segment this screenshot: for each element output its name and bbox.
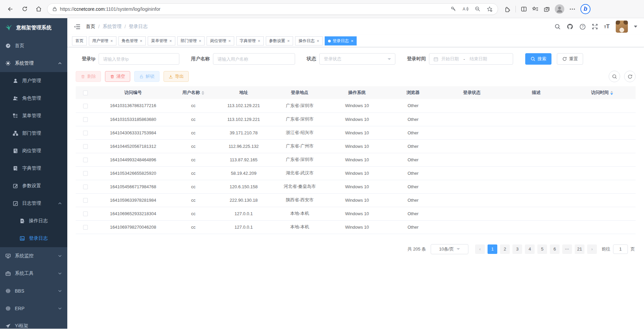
sidebar-item-log-management[interactable]: 日志管理: [0, 195, 67, 212]
page-button-2[interactable]: 2: [500, 244, 510, 254]
font-size-button[interactable]: TT: [604, 23, 610, 30]
sidebar-item-role-management[interactable]: 角色管理: [0, 90, 67, 107]
page-button-1[interactable]: 1: [488, 244, 497, 254]
sidebar-item-dept-management[interactable]: 部门管理: [0, 125, 67, 142]
browser-back-button[interactable]: [5, 3, 16, 15]
split-screen-button[interactable]: [521, 6, 527, 12]
status-select[interactable]: 登录状态: [319, 53, 395, 65]
browser-refresh-button[interactable]: [19, 3, 30, 15]
export-button[interactable]: 导出: [164, 71, 189, 82]
close-tab-icon[interactable]: ×: [228, 39, 231, 43]
close-tab-icon[interactable]: ×: [169, 39, 172, 43]
close-tab-icon[interactable]: ×: [140, 39, 143, 43]
address-bar[interactable]: https://ccnetcore.com:1101/system/log/lo…: [47, 3, 498, 15]
favorites-bar-button[interactable]: [532, 6, 539, 12]
more-pages-button[interactable]: •••: [562, 244, 572, 254]
col-visit-time[interactable]: 访问时间: [568, 86, 636, 99]
clear-button[interactable]: 清空: [105, 71, 130, 82]
breadcrumb-home[interactable]: 首页: [86, 24, 95, 30]
next-page-button[interactable]: ›: [587, 244, 597, 254]
sidebar-item-login-log[interactable]: 登录日志: [0, 230, 67, 247]
user-menu-caret-icon[interactable]: [634, 26, 637, 28]
row-checkbox[interactable]: [83, 117, 88, 122]
row-checkbox[interactable]: [83, 144, 88, 149]
table-row[interactable]: 1641031367863177216cc 113.102.129.221广东省…: [76, 99, 636, 112]
fullscreen-button[interactable]: [592, 24, 598, 30]
page-size-select[interactable]: 10条/页: [431, 244, 468, 254]
sidebar-item-menu-management[interactable]: 菜单管理: [0, 107, 67, 125]
zoom-out-button[interactable]: [473, 4, 482, 14]
row-checkbox[interactable]: [83, 158, 88, 162]
select-all-checkbox[interactable]: [83, 91, 88, 95]
page-button-4[interactable]: 4: [525, 244, 535, 254]
delete-button[interactable]: 删除: [76, 71, 101, 82]
login-ip-input[interactable]: [99, 53, 179, 65]
bing-copilot-button[interactable]: b: [580, 4, 591, 14]
add-favorite-button[interactable]: [485, 4, 494, 14]
table-row[interactable]: 1641069798270046208cc 127.0.0.1本地-本机 Win…: [76, 220, 636, 234]
tab-login-log[interactable]: 登录日志×: [325, 36, 357, 45]
read-aloud-button[interactable]: A: [461, 4, 470, 14]
tab-dept-management[interactable]: 部门管理×: [177, 36, 205, 45]
table-row[interactable]: 1641054566717984768cc 120.6.150.158河北省-秦…: [76, 180, 636, 193]
tab-home[interactable]: 首页: [72, 36, 87, 45]
col-user-name[interactable]: 用户名称: [171, 86, 216, 99]
login-time-range-picker[interactable]: 开始日期 - 结束日期: [429, 53, 513, 65]
row-checkbox[interactable]: [83, 104, 88, 108]
close-tab-icon[interactable]: ×: [287, 39, 290, 43]
github-link-button[interactable]: [567, 23, 573, 30]
row-checkbox[interactable]: [83, 131, 88, 135]
sidebar-item-system-management[interactable]: 系统管理: [0, 55, 67, 72]
sidebar-item-bbs[interactable]: BBS: [0, 282, 67, 300]
help-button[interactable]: ?: [579, 24, 586, 30]
page-button-6[interactable]: 6: [550, 244, 560, 254]
sidebar-item-dict-management[interactable]: 字典管理: [0, 160, 67, 177]
close-tab-icon[interactable]: ×: [258, 39, 260, 43]
sidebar-item-system-monitor[interactable]: 系统监控: [0, 247, 67, 265]
browser-home-button[interactable]: [33, 3, 44, 15]
tab-menu-management[interactable]: 菜单管理×: [148, 36, 175, 45]
sidebar-item-user-management[interactable]: 用户管理: [0, 72, 67, 90]
close-tab-icon[interactable]: ×: [199, 39, 202, 43]
row-checkbox[interactable]: [83, 185, 88, 189]
tab-role-management[interactable]: 角色管理×: [118, 36, 146, 45]
password-key-button[interactable]: [449, 4, 458, 14]
page-button-5[interactable]: 5: [537, 244, 547, 254]
header-search-button[interactable]: [554, 24, 561, 30]
table-refresh-button[interactable]: [624, 71, 636, 82]
page-button-3[interactable]: 3: [512, 244, 522, 254]
table-search-toggle-button[interactable]: [609, 71, 620, 82]
sidebar-item-post-management[interactable]: 岗位管理: [0, 142, 67, 160]
table-row[interactable]: 1641044520567181312cc 112.96.225.132广东省-…: [76, 139, 636, 153]
unlock-button[interactable]: 解锁: [134, 71, 159, 82]
tab-param-settings[interactable]: 参数设置×: [266, 36, 293, 45]
tab-post-management[interactable]: 岗位管理×: [207, 36, 234, 45]
collections-button[interactable]: [543, 6, 550, 12]
reset-button[interactable]: 重置: [557, 53, 583, 65]
table-row[interactable]: 1641044993248464896cc 113.87.92.165广东省-深…: [76, 153, 636, 166]
sidebar-item-system-tools[interactable]: 系统工具: [0, 265, 67, 282]
close-tab-icon[interactable]: ×: [351, 39, 354, 43]
sidebar-collapse-button[interactable]: [74, 24, 80, 30]
search-button[interactable]: 搜索: [525, 53, 551, 65]
sidebar-item-home[interactable]: 首页: [0, 37, 67, 55]
sidebar-item-erp[interactable]: ERP: [0, 300, 67, 317]
tab-operation-log[interactable]: 操作日志×: [295, 36, 323, 45]
table-row[interactable]: 1641053426655825920cc 58.19.42.209湖北省-武汉…: [76, 166, 636, 180]
sidebar-item-operation-log[interactable]: 操作日志: [0, 212, 67, 230]
row-checkbox[interactable]: [83, 171, 88, 176]
breadcrumb-system[interactable]: 系统管理: [103, 24, 121, 30]
prev-page-button[interactable]: ‹: [475, 244, 485, 254]
browser-settings-menu-button[interactable]: [569, 6, 576, 12]
table-row[interactable]: 1641069652933218304cc 127.0.0.1本地-本机 Win…: [76, 207, 636, 220]
row-checkbox[interactable]: [83, 198, 88, 203]
table-row[interactable]: 1641043063331753984cc 39.171.210.78浙江省-绍…: [76, 126, 636, 139]
close-tab-icon[interactable]: ×: [317, 39, 319, 43]
sidebar-item-param-settings[interactable]: 参数设置: [0, 177, 67, 195]
page-button-21[interactable]: 21: [575, 244, 584, 254]
extensions-button[interactable]: [504, 6, 511, 12]
tab-user-management[interactable]: 用户管理×: [89, 36, 116, 45]
user-name-input[interactable]: [213, 53, 295, 65]
goto-page-input[interactable]: [613, 244, 628, 254]
sidebar-item-yi-framework[interactable]: Yi框架: [0, 317, 67, 329]
